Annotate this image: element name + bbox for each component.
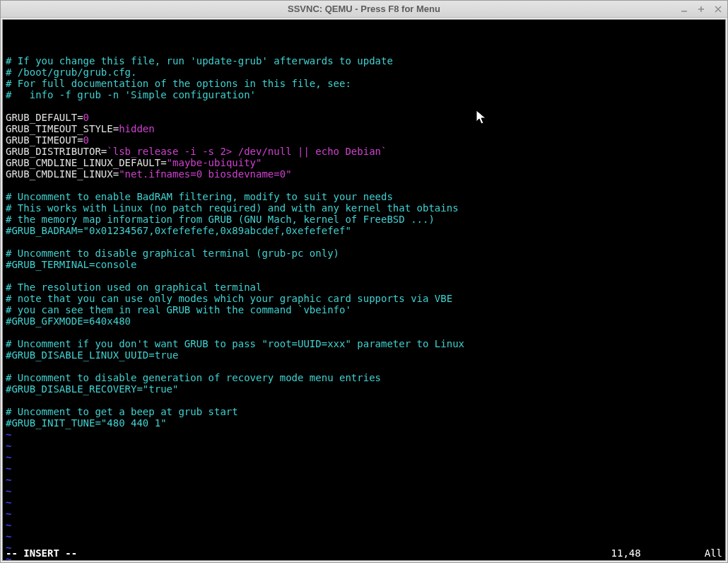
vnc-window: SSVNC: QEMU - Press F8 for Menu # If you… <box>0 0 728 563</box>
terminal-viewport[interactable]: # If you change this file, run 'update-g… <box>2 19 726 561</box>
close-button[interactable] <box>713 4 723 14</box>
vim-mode-indicator: -- INSERT -- <box>6 547 77 559</box>
file-line: # note that you can use only modes which… <box>6 293 722 304</box>
file-line: # /boot/grub/grub.cfg. <box>6 66 722 78</box>
file-line <box>6 180 722 191</box>
eof-tilde: ~ <box>6 508 722 519</box>
eof-tilde: ~ <box>6 485 722 497</box>
eof-tilde: ~ <box>6 519 722 530</box>
eof-tilde: ~ <box>6 463 722 474</box>
file-line: #GRUB_INIT_TUNE="480 440 1" <box>6 417 722 429</box>
file-line: #GRUB_TERMINAL=console <box>6 259 722 270</box>
file-line <box>6 100 722 112</box>
window-title: SSVNC: QEMU - Press F8 for Menu <box>288 4 440 14</box>
file-line: # This works with Linux (no patch requir… <box>6 202 722 214</box>
file-line: GRUB_DEFAULT=0 <box>6 112 722 123</box>
file-line: # Uncomment to get a beep at grub start <box>6 406 722 417</box>
file-line: #GRUB_DISABLE_LINUX_UUID=true <box>6 349 722 361</box>
vim-cursor-position: 11,48 <box>611 547 641 559</box>
file-line: #GRUB_GFXMODE=640x480 <box>6 315 722 327</box>
file-line: GRUB_CMDLINE_LINUX_DEFAULT="maybe-ubiqui… <box>6 157 722 168</box>
file-line: # info -f grub -n 'Simple configuration' <box>6 89 722 100</box>
file-line: GRUB_TIMEOUT=0 <box>6 134 722 146</box>
file-line: # Uncomment to disable graphical termina… <box>6 248 722 259</box>
eof-tilde: ~ <box>6 497 722 508</box>
file-line <box>6 270 722 282</box>
vim-status-bar: -- INSERT -- 11,48 All <box>6 547 722 559</box>
titlebar[interactable]: SSVNC: QEMU - Press F8 for Menu <box>1 1 727 18</box>
file-line <box>6 395 722 406</box>
file-line <box>6 327 722 338</box>
file-line: GRUB_CMDLINE_LINUX="net.ifnames=0 biosde… <box>6 168 722 180</box>
minimize-button[interactable] <box>679 4 689 14</box>
eof-tilde: ~ <box>6 429 722 440</box>
file-line: # The resolution used on graphical termi… <box>6 282 722 293</box>
file-line: # Uncomment if you don't want GRUB to pa… <box>6 338 722 349</box>
file-line: # Uncomment to enable BadRAM filtering, … <box>6 191 722 202</box>
eof-tilde: ~ <box>6 451 722 463</box>
file-line: GRUB_TIMEOUT_STYLE=hidden <box>6 123 722 134</box>
eof-tilde: ~ <box>6 530 722 542</box>
file-line: GRUB_DISTRIBUTOR=`lsb_release -i -s 2> /… <box>6 146 722 157</box>
file-line: # the memory map information from GRUB (… <box>6 214 722 225</box>
eof-tilde: ~ <box>6 474 722 485</box>
eof-tilde: ~ <box>6 440 722 451</box>
file-line: #GRUB_DISABLE_RECOVERY="true" <box>6 383 722 395</box>
file-line: # For full documentation of the options … <box>6 78 722 89</box>
maximize-button[interactable] <box>696 4 706 14</box>
file-line: # If you change this file, run 'update-g… <box>6 55 722 66</box>
file-line: # Uncomment to disable generation of rec… <box>6 372 722 383</box>
file-line <box>6 236 722 248</box>
file-line: # you can see them in real GRUB with the… <box>6 304 722 315</box>
vim-scroll-percent: All <box>705 547 722 559</box>
window-controls <box>679 1 723 17</box>
file-line: #GRUB_BADRAM="0x01234567,0xfefefefe,0x89… <box>6 225 722 236</box>
file-line <box>6 361 722 372</box>
